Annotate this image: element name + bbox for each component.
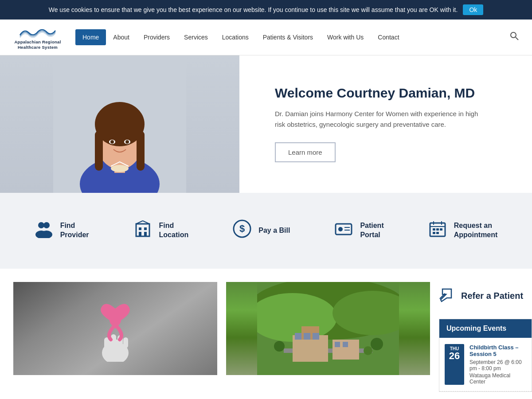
hero-image — [0, 55, 239, 193]
svg-point-61 — [364, 346, 372, 355]
nav-patients-visitors[interactable]: Patients & Visitors — [256, 29, 320, 45]
svg-line-1 — [516, 37, 518, 40]
quick-link-patient-portal[interactable]: PatientPortal — [312, 215, 406, 246]
event-date-badge: THU 26 — [445, 344, 464, 385]
svg-point-28 — [338, 227, 343, 231]
doctor-portrait-icon — [53, 55, 186, 193]
search-button[interactable] — [510, 31, 519, 43]
quick-links-bar: FindProvider FindLocation $ Pay a Bill — [0, 193, 532, 269]
nav-contact[interactable]: Contact — [371, 29, 406, 45]
events-header: Upcoming Events — [439, 319, 532, 338]
refer-patient-icon — [439, 286, 455, 305]
request-appointment-label: Request anAppointment — [454, 221, 498, 240]
hero-title: Welcome Courtney Damian, MD — [275, 86, 505, 101]
svg-rect-57 — [335, 342, 340, 347]
pay-bill-label: Pay a Bill — [258, 226, 290, 235]
svg-rect-20 — [144, 227, 147, 230]
svg-rect-56 — [313, 333, 319, 340]
nav-about[interactable]: About — [106, 29, 137, 45]
people-icon — [35, 219, 53, 242]
svg-rect-54 — [295, 333, 301, 340]
svg-rect-58 — [343, 342, 348, 347]
main-nav: Home About Providers Services Locations … — [75, 29, 510, 45]
svg-rect-27 — [336, 224, 352, 235]
hero-person-image — [0, 55, 239, 193]
svg-rect-38 — [433, 232, 435, 234]
svg-point-14 — [38, 222, 44, 228]
cookie-ok-button[interactable]: Ok — [463, 4, 483, 15]
cancer-ribbon-image — [13, 282, 217, 375]
refer-patient-label: Refer a Patient — [461, 291, 523, 301]
event-details: Childbirth Class – Session 5 September 2… — [469, 344, 526, 385]
hospital-aerial-svg — [257, 282, 399, 375]
svg-point-11 — [110, 140, 114, 144]
svg-rect-39 — [436, 232, 439, 234]
id-card-icon — [334, 219, 353, 242]
nav-providers[interactable]: Providers — [137, 29, 177, 45]
event-item[interactable]: THU 26 Childbirth Class – Session 5 Sept… — [439, 338, 532, 391]
svg-rect-36 — [436, 228, 439, 231]
quick-link-pay-bill[interactable]: $ Pay a Bill — [211, 215, 312, 246]
search-icon — [510, 31, 519, 40]
patient-portal-label: PatientPortal — [360, 221, 383, 240]
svg-rect-21 — [139, 232, 141, 236]
building-icon — [133, 219, 152, 242]
header: Appalachian Regional Healthcare System H… — [0, 20, 532, 55]
quick-link-request-appointment[interactable]: Request anAppointment — [406, 215, 520, 246]
svg-rect-18 — [136, 224, 149, 236]
sidebar: Refer a Patient Upcoming Events THU 26 C… — [439, 282, 532, 392]
nav-home[interactable]: Home — [75, 29, 106, 45]
hero-content: Welcome Courtney Damian, MD Dr. Damian j… — [239, 55, 532, 193]
dollar-icon: $ — [233, 219, 251, 242]
svg-point-60 — [371, 338, 383, 350]
calendar-icon — [428, 219, 447, 242]
svg-point-0 — [511, 32, 516, 38]
svg-rect-35 — [433, 228, 435, 231]
svg-point-59 — [274, 341, 285, 352]
svg-point-13 — [111, 165, 129, 172]
content-images — [13, 282, 430, 392]
refer-arrow-icon — [439, 286, 455, 302]
main-content: Refer a Patient Upcoming Events THU 26 C… — [0, 269, 532, 392]
events-section: Upcoming Events THU 26 Childbirth Class … — [439, 319, 532, 392]
find-provider-label: FindProvider — [60, 221, 89, 240]
cookie-banner: We use cookies to ensure that we give yo… — [0, 0, 532, 20]
logo[interactable]: Appalachian Regional Healthcare System — [13, 24, 62, 51]
quick-link-find-location[interactable]: FindLocation — [111, 215, 211, 246]
svg-rect-19 — [139, 227, 141, 230]
cancer-ribbon-card[interactable] — [13, 282, 217, 392]
svg-text:$: $ — [239, 223, 245, 234]
event-day-num: 26 — [446, 351, 462, 361]
refer-patient-link[interactable]: Refer a Patient — [439, 282, 532, 310]
svg-rect-45 — [123, 337, 128, 348]
nav-locations[interactable]: Locations — [215, 29, 256, 45]
hero-description: Dr. Damian joins Harmony Center for Wome… — [275, 109, 488, 130]
event-location: Watauga Medical Center — [469, 372, 526, 385]
event-title: Childbirth Class – Session 5 — [469, 344, 526, 357]
svg-point-12 — [125, 140, 129, 144]
hospital-aerial-image — [226, 282, 430, 375]
quick-link-find-provider[interactable]: FindProvider — [12, 215, 111, 246]
svg-rect-8 — [137, 131, 145, 171]
svg-rect-22 — [144, 232, 147, 236]
svg-rect-7 — [95, 131, 103, 171]
logo-waves-icon — [18, 24, 58, 39]
svg-rect-37 — [440, 228, 442, 231]
svg-point-15 — [43, 222, 50, 228]
hero-learn-more-button[interactable]: Learn more — [275, 142, 336, 162]
logo-text: Appalachian Regional Healthcare System — [14, 39, 61, 51]
nav-work-with-us[interactable]: Work with Us — [320, 29, 371, 45]
cookie-message: We use cookies to ensure that we give yo… — [49, 6, 458, 13]
hospital-aerial-card[interactable] — [226, 282, 430, 392]
ribbon-svg-icon — [89, 295, 142, 362]
hero-section: Welcome Courtney Damian, MD Dr. Damian j… — [0, 55, 532, 193]
nav-services[interactable]: Services — [177, 29, 215, 45]
event-time: September 26 @ 6:00 pm - 8:00 pm — [469, 359, 526, 372]
find-location-label: FindLocation — [159, 221, 189, 240]
svg-rect-55 — [304, 333, 310, 340]
